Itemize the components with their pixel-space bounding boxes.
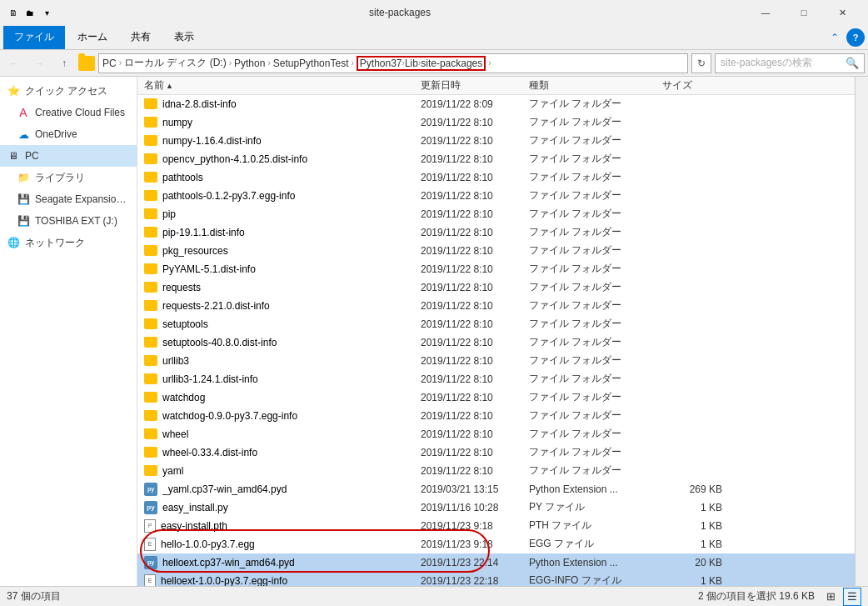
file-name: py _yaml.cp37-win_amd64.pyd: [137, 483, 421, 496]
minimize-button[interactable]: —: [746, 0, 785, 25]
list-view-button[interactable]: ☰: [843, 588, 861, 606]
tab-share[interactable]: 共有: [120, 26, 162, 49]
sidebar-item-creative-cloud[interactable]: A Creative Cloud Files: [0, 102, 137, 123]
file-type: ファイル フォルダー: [529, 353, 662, 368]
search-icon[interactable]: 🔍: [846, 57, 859, 69]
file-type: ファイル フォルダー: [529, 188, 662, 203]
table-row[interactable]: setuptools-40.8.0.dist-info 2019/11/22 8…: [137, 333, 855, 352]
file-name: watchdog: [137, 392, 421, 403]
table-row[interactable]: E helloext-1.0.0-py3.7.egg-info 2019/11/…: [137, 572, 855, 586]
table-row[interactable]: numpy 2019/11/22 8:10 ファイル フォルダー: [137, 113, 855, 132]
breadcrumb: PC › ローカル ディスク (D:) › Python › SetupPyth…: [102, 56, 492, 71]
table-row[interactable]: py easy_install.py 2019/11/16 10:28 PY フ…: [137, 498, 855, 517]
table-row[interactable]: opencv_python-4.1.0.25.dist-info 2019/11…: [137, 150, 855, 168]
breadcrumb-localdisk[interactable]: ローカル ディスク (D:): [124, 56, 227, 70]
file-type: EGG ファイル: [529, 537, 662, 551]
table-row[interactable]: wheel 2019/11/22 8:10 ファイル フォルダー: [137, 425, 855, 443]
table-row[interactable]: idna-2.8.dist-info 2019/11/22 8:09 ファイル …: [137, 95, 855, 113]
file-name: numpy-1.16.4.dist-info: [137, 135, 421, 147]
file-type: ファイル フォルダー: [529, 207, 662, 221]
col-header-date[interactable]: 更新日時: [421, 78, 529, 93]
file-name-text: pathtools: [162, 172, 203, 183]
table-row[interactable]: watchdog-0.9.0-py3.7.egg-info 2019/11/22…: [137, 407, 855, 425]
table-row[interactable]: requests-2.21.0.dist-info 2019/11/22 8:1…: [137, 297, 855, 315]
breadcrumb-lib[interactable]: Lib: [405, 58, 418, 69]
status-bar: 37 個の項目 2 個の項目を選択 19.6 KB ⊞ ☰: [0, 586, 868, 606]
table-row[interactable]: pip 2019/11/22 8:10 ファイル フォルダー: [137, 205, 855, 223]
file-date: 2019/11/22 8:10: [421, 172, 529, 183]
close-button[interactable]: ✕: [823, 0, 861, 25]
ribbon-expand-icon[interactable]: ⌃: [826, 29, 843, 46]
file-name: P easy-install.pth: [137, 519, 421, 533]
table-row[interactable]: E hello-1.0.0-py3.7.egg 2019/11/23 9:18 …: [137, 535, 855, 553]
file-name-text: wheel-0.33.4.dist-info: [162, 447, 257, 458]
file-date: 2019/11/22 8:10: [421, 447, 529, 458]
tab-view[interactable]: 表示: [163, 26, 205, 49]
breadcrumb-setuppythontest[interactable]: SetupPythonTest: [273, 58, 349, 69]
table-row[interactable]: py _yaml.cp37-win_amd64.pyd 2019/03/21 1…: [137, 480, 855, 498]
file-name-text: opencv_python-4.1.0.25.dist-info: [162, 153, 307, 165]
file-date: 2019/11/22 8:10: [421, 337, 529, 348]
breadcrumb-pc[interactable]: PC: [102, 58, 117, 69]
file-name: pathtools: [137, 172, 421, 183]
table-row[interactable]: urllib3 2019/11/22 8:10 ファイル フォルダー: [137, 352, 855, 370]
breadcrumb-python37[interactable]: Python37: [360, 58, 402, 69]
scrollbar[interactable]: [855, 77, 868, 586]
file-name: idna-2.8.dist-info: [137, 98, 421, 110]
file-date: 2019/03/21 13:15: [421, 483, 529, 495]
table-row[interactable]: pip-19.1.1.dist-info 2019/11/22 8:10 ファイ…: [137, 223, 855, 242]
file-name-text: watchdog: [162, 392, 205, 403]
file-name-text: idna-2.8.dist-info: [162, 98, 237, 110]
table-row[interactable]: py helloext.cp37-win_amd64.pyd 2019/11/2…: [137, 553, 855, 572]
sidebar-item-seagate[interactable]: 💾 Seagate Expansion D...: [0, 188, 137, 210]
search-box[interactable]: site-packagesの検索 🔍: [715, 53, 865, 73]
file-icon: E: [144, 538, 156, 551]
file-name: opencv_python-4.1.0.25.dist-info: [137, 153, 421, 165]
tab-home[interactable]: ホーム: [67, 26, 118, 49]
file-date: 2019/11/23 22:18: [421, 575, 529, 587]
sidebar-item-pc[interactable]: 🖥 PC: [0, 145, 137, 167]
table-row[interactable]: urllib3-1.24.1.dist-info 2019/11/22 8:10…: [137, 370, 855, 388]
window-icon-folder: 🖿: [23, 6, 37, 19]
table-row[interactable]: watchdog 2019/11/22 8:10 ファイル フォルダー: [137, 388, 855, 407]
table-row[interactable]: wheel-0.33.4.dist-info 2019/11/22 8:10 フ…: [137, 443, 855, 462]
file-type: ファイル フォルダー: [529, 317, 662, 331]
file-type: PY ファイル: [529, 500, 662, 514]
file-name-text: pkg_resources: [162, 245, 228, 257]
col-header-size[interactable]: サイズ: [662, 78, 729, 93]
col-header-type[interactable]: 種類: [529, 78, 662, 93]
sidebar: ⭐ クイック アクセス A Creative Cloud Files ☁ One…: [0, 77, 137, 586]
col-header-name[interactable]: 名前 ▲: [137, 78, 421, 93]
forward-button[interactable]: →: [28, 53, 50, 74]
file-date: 2019/11/22 8:10: [421, 373, 529, 385]
back-button[interactable]: ←: [3, 53, 25, 74]
file-date: 2019/11/22 8:10: [421, 465, 529, 477]
window-controls: — □ ✕: [746, 0, 861, 25]
refresh-button[interactable]: ↻: [691, 53, 711, 73]
file-icon: [144, 263, 157, 274]
table-row[interactable]: pathtools-0.1.2-py3.7.egg-info 2019/11/2…: [137, 187, 855, 205]
sidebar-label-library: ライブラリ: [35, 171, 85, 185]
sidebar-item-library[interactable]: 📁 ライブラリ: [0, 167, 137, 188]
help-button[interactable]: ?: [846, 28, 865, 47]
address-box[interactable]: PC › ローカル ディスク (D:) › Python › SetupPyth…: [98, 53, 688, 73]
file-name-text: _yaml.cp37-win_amd64.pyd: [162, 483, 287, 495]
maximize-button[interactable]: □: [785, 0, 823, 25]
table-row[interactable]: pathtools 2019/11/22 8:10 ファイル フォルダー: [137, 168, 855, 187]
sidebar-item-quick-access[interactable]: ⭐ クイック アクセス: [0, 80, 137, 102]
breadcrumb-site-packages[interactable]: site-packages: [421, 58, 482, 69]
table-row[interactable]: yaml 2019/11/22 8:10 ファイル フォルダー: [137, 462, 855, 480]
table-row[interactable]: PyYAML-5.1.dist-info 2019/11/22 8:10 ファイ…: [137, 260, 855, 278]
grid-view-button[interactable]: ⊞: [821, 588, 840, 606]
up-button[interactable]: ↑: [53, 53, 75, 74]
sidebar-item-toshiba[interactable]: 💾 TOSHIBA EXT (J:): [0, 210, 137, 232]
table-row[interactable]: requests 2019/11/22 8:10 ファイル フォルダー: [137, 278, 855, 297]
breadcrumb-python[interactable]: Python: [234, 58, 265, 69]
table-row[interactable]: setuptools 2019/11/22 8:10 ファイル フォルダー: [137, 315, 855, 333]
sidebar-item-network[interactable]: 🌐 ネットワーク: [0, 232, 137, 253]
sidebar-item-onedrive[interactable]: ☁ OneDrive: [0, 123, 137, 145]
table-row[interactable]: numpy-1.16.4.dist-info 2019/11/22 8:10 フ…: [137, 132, 855, 150]
table-row[interactable]: pkg_resources 2019/11/22 8:10 ファイル フォルダー: [137, 242, 855, 260]
tab-file[interactable]: ファイル: [3, 26, 65, 49]
table-row[interactable]: P easy-install.pth 2019/11/23 9:18 PTH フ…: [137, 517, 855, 535]
